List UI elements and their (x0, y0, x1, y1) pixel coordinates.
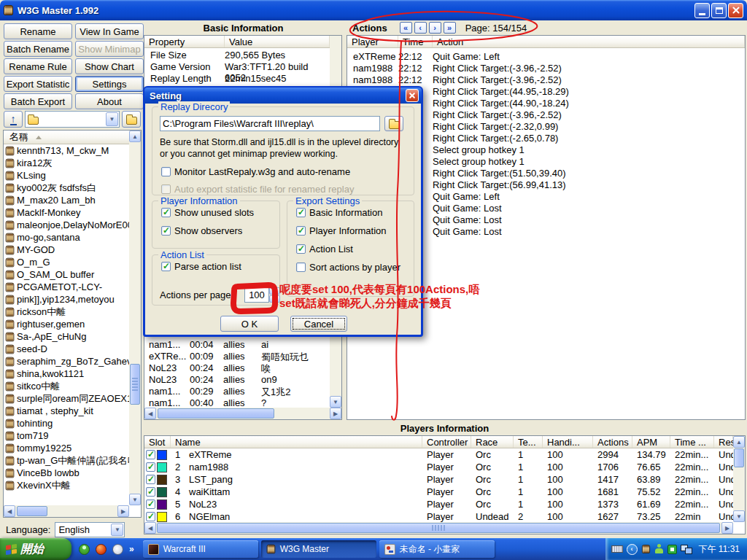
language-select[interactable]: English ▼ (55, 522, 125, 537)
replay-file-item[interactable]: kira12灰 (4, 157, 129, 169)
actions-per-page-spinner[interactable]: ▲ ▼ (269, 287, 280, 303)
property-column-header[interactable]: Property (144, 36, 225, 47)
name-column-header[interactable]: Name (171, 436, 422, 448)
slot-column-header[interactable]: Slot (144, 436, 171, 448)
quick-launch-overflow-chevron[interactable]: » (129, 544, 134, 554)
scroll-left-button[interactable]: ◀ (144, 522, 156, 534)
replay-file-item[interactable]: XkevinX中離 (4, 479, 129, 491)
replay-file-item[interactable]: PCGAMETOT,-LCY- (4, 281, 129, 293)
replay-file-item[interactable]: M_max20 Lam_bh (4, 194, 129, 206)
player-enabled-checkbox[interactable] (146, 462, 155, 472)
action-row[interactable]: nam1988 22:12 Right Click Target:(-3.96,… (347, 74, 745, 86)
checkbox-option[interactable]: Show unused slots (161, 207, 254, 218)
name-column-header[interactable]: 名稱 (4, 131, 28, 144)
minimize-button[interactable] (694, 3, 710, 18)
scroll-right-button[interactable]: ▶ (117, 505, 129, 517)
replay-file-item[interactable]: VinceBb lowbb (4, 467, 129, 479)
replay-file-item[interactable]: seraphim_zg_BoTz_Gahevn (4, 355, 129, 368)
scroll-right-button[interactable]: ▶ (330, 408, 341, 419)
checkbox-option[interactable]: Show observers (161, 225, 254, 236)
team-column-header[interactable]: Te... (514, 436, 543, 448)
handicap-column-header[interactable]: Handi... (543, 436, 593, 448)
replay-file-item[interactable]: surple同oream同ZEAOEX199 (4, 392, 129, 405)
chat-horizontal-scrollbar[interactable]: ◀ ▶ (144, 408, 341, 419)
checkbox-option[interactable]: Player Information (296, 225, 400, 236)
option-checkbox[interactable] (296, 226, 306, 236)
replay-file-item[interactable]: tohinting (4, 417, 129, 429)
replay-directory-input[interactable] (160, 116, 380, 131)
chevron-down-icon[interactable]: ▼ (106, 112, 118, 126)
scroll-right-button[interactable]: ▶ (721, 522, 733, 534)
scrollbar-thumb[interactable] (158, 408, 274, 419)
player-row[interactable]: 6NGElman Player Undead 2 100 1627 73.25 … (144, 510, 733, 523)
ok-button[interactable]: O K (220, 316, 279, 332)
scroll-up-button[interactable]: ▲ (129, 131, 141, 142)
player-row[interactable]: 3LST_pang Player Orc 1 100 1417 63.89 22… (144, 473, 733, 486)
scroll-up-button[interactable]: ▲ (733, 436, 745, 448)
monitor-lastreplay-option[interactable]: Monitor LastRepaly.w3g and auto-rename (161, 166, 350, 177)
player-row[interactable]: 5NoL23 Player Orc 1 100 1373 61.69 22min… (144, 498, 733, 510)
export-statistic-button[interactable]: Export Statistic (4, 76, 72, 92)
player-column-header[interactable]: Player (347, 36, 398, 47)
replay-file-item[interactable]: tiamat , stephy_kit (4, 405, 129, 417)
player-enabled-checkbox[interactable] (146, 475, 155, 484)
keyboard-layout-icon[interactable] (611, 545, 623, 553)
task-paint[interactable]: 未命名 - 小畫家 (379, 540, 495, 558)
players-horizontal-scrollbar[interactable]: ◀ ▶ (144, 522, 733, 534)
show-chart-button[interactable]: Show Chart (75, 58, 144, 74)
hide-icons-chevron[interactable]: ‹ (627, 544, 638, 555)
file-list-horizontal-scrollbar[interactable]: ◀ ▶ (4, 505, 129, 517)
checkbox-option[interactable]: Sort actions by player (296, 262, 400, 273)
actions-per-page-input[interactable]: 100 (244, 287, 269, 303)
actions-column-header[interactable]: Player Time Action (347, 36, 745, 48)
scrollbar-thumb[interactable] (734, 448, 744, 467)
scrollbar-thumb[interactable] (17, 506, 47, 516)
race-column-header[interactable]: Race (471, 436, 514, 448)
browse-directory-button[interactable] (384, 116, 403, 131)
messenger-icon[interactable] (79, 544, 90, 555)
checkbox-option[interactable]: Parse action list (161, 261, 241, 272)
apm-column-header[interactable]: APM (632, 436, 670, 448)
action-column-header[interactable]: Action (433, 36, 745, 47)
replay-file-item[interactable]: mo-go,santana (4, 231, 129, 244)
network-tray-icon[interactable] (681, 545, 692, 554)
result-column-header[interactable]: Res (714, 436, 733, 448)
basic-info-row[interactable]: Replay Length 22min15sec45 (144, 73, 330, 85)
last-page-button[interactable] (444, 22, 456, 34)
replay-file-item[interactable]: sitkco中離 (4, 380, 129, 392)
up-directory-button[interactable]: ↑ (4, 111, 23, 128)
file-list-vertical-scrollbar[interactable]: ▲ ▼ (129, 131, 141, 505)
w3g-tray-icon[interactable] (641, 545, 649, 553)
chat-row[interactable]: NoL23 00:24 allies on9 (144, 374, 330, 386)
messenger-tray-icon[interactable] (654, 544, 664, 554)
players-column-header[interactable]: Slot Name Controller Race Te... Handi...… (144, 436, 733, 448)
browser-icon[interactable] (96, 544, 107, 555)
close-button[interactable] (728, 3, 743, 18)
action-row[interactable]: eXTReme 22:12 Quit Game: Left (347, 51, 745, 63)
value-column-header[interactable]: Value (225, 36, 330, 47)
maximize-button[interactable] (711, 3, 727, 18)
monitor-lastreplay-checkbox[interactable] (161, 167, 171, 176)
replay-file-item[interactable]: O_SAM_OL buffer (4, 268, 129, 281)
rename-rule-button[interactable]: Rename Rule (4, 58, 72, 74)
option-checkbox[interactable] (296, 262, 306, 272)
scrollbar-thumb[interactable] (157, 523, 720, 533)
basic-info-row[interactable]: Game Version War3:TFT1.20 build 6052 (144, 61, 330, 73)
scroll-left-button[interactable]: ◀ (4, 505, 15, 517)
player-enabled-checkbox[interactable] (146, 450, 155, 459)
next-page-button[interactable] (429, 22, 441, 34)
replay-file-item[interactable]: pink]],yip1234,metoyou (4, 293, 129, 306)
checkbox-option[interactable]: Basic Information (296, 207, 400, 218)
replay-file-item[interactable]: tom719 (4, 429, 129, 442)
scroll-down-button[interactable]: ▼ (733, 510, 745, 522)
option-checkbox[interactable] (161, 262, 171, 271)
scroll-down-button[interactable]: ▼ (330, 396, 341, 408)
replay-file-item[interactable]: kennth713, M_ckw_M (4, 144, 129, 157)
replay-file-item[interactable]: maleonjoe,DelayNoMorE001 (4, 219, 129, 231)
antivirus-tray-icon[interactable] (667, 545, 677, 554)
about-button[interactable]: About (75, 93, 144, 109)
directory-combobox[interactable]: ▼ (25, 111, 120, 128)
player-enabled-checkbox[interactable] (146, 487, 155, 497)
checkbox-option[interactable]: Action List (296, 244, 400, 254)
task-w3g-master[interactable]: W3G Master (261, 540, 376, 558)
